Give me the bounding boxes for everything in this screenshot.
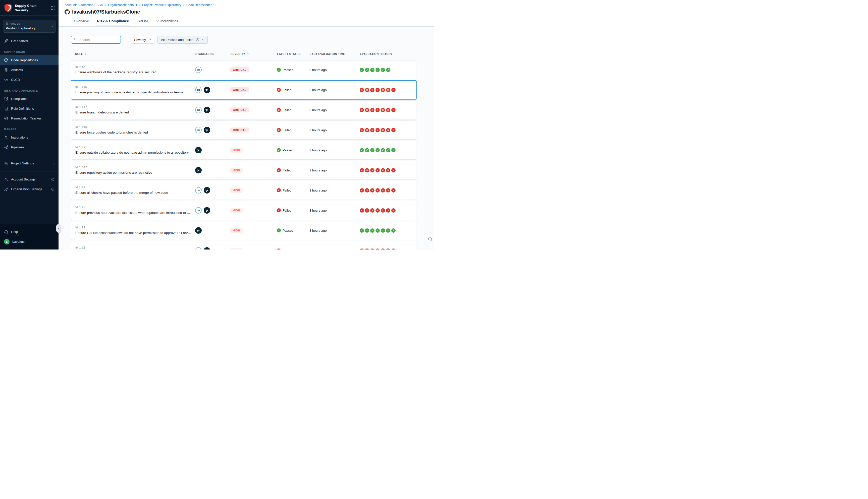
severity-badge: HIGH [230,248,243,250]
table-row[interactable]: Id: 1.1.5CISHIGH×Failed3 hours ago××××××… [71,241,417,250]
history-fail-icon: × [360,168,364,172]
severity-cell: HIGH [230,248,277,250]
user-menu[interactable]: L Lavakush [0,237,59,246]
sidebar-collapse-handle[interactable]: ‹ [56,224,61,233]
sidebar-item-ci-cd[interactable]: CI/CD [0,75,59,85]
table-row[interactable]: Id: 1.2.9Ensure GitHub action workflows … [71,221,417,240]
sidebar-item-compliance[interactable]: Compliance [0,94,59,104]
table-row[interactable]: Id: 1.1.4Ensure previous approvals are d… [71,201,417,220]
column-label: EVALUATION HISTORY [360,52,393,56]
help-button[interactable]: Help [0,227,59,237]
shield-check-icon [4,97,8,101]
table-row[interactable]: Id: 1.1.17Ensure branch deletions are de… [71,100,417,120]
tab-risk-compliance[interactable]: Risk & Compliance [96,17,130,26]
sidebar-item-label: Organization Settings [11,187,42,191]
column-label: SEVERITY [231,52,245,56]
tab-vulnerabilities[interactable]: Vulnerabilities [156,17,179,26]
search-input[interactable] [80,38,118,42]
column-header-severity[interactable]: SEVERITY [231,52,277,56]
status-passed-icon: ✓ [277,68,281,72]
main-panel: Account: Automation-SSCA›Organization: d… [59,0,434,250]
severity-filter-dropdown[interactable]: Severity [131,36,154,44]
rule-name: Ensure pushing of new code is restricted… [75,90,195,94]
status-filter-dropdown[interactable]: All: Passed and Failed [157,36,208,44]
history-fail-icon: × [386,108,390,112]
history-fail-icon: × [375,108,380,112]
app-title: Supply Chain Security [15,3,36,12]
tab-sbom[interactable]: SBOM [137,17,148,26]
history-fail-icon: × [360,188,364,193]
history-fail-icon: × [365,88,369,92]
status-passed-icon: ✓ [277,148,281,152]
severity-cell: CRITICAL [230,67,277,72]
column-label: RULE [75,52,83,56]
table-row[interactable]: Id: 1.2.17Ensure repository action permi… [71,161,417,180]
tab-overview[interactable]: Overview [73,17,89,26]
sort-desc-icon[interactable] [246,52,250,56]
app-title-line2: Security [15,8,36,13]
table-row[interactable]: Id: 1.1.9Ensure all checks have passed b… [71,181,417,200]
rule-cell: Id: 1.1.17Ensure branch deletions are de… [71,106,195,114]
pipelines-icon [4,145,8,149]
support-chat-icon[interactable] [427,236,433,242]
apps-grid-icon[interactable] [50,6,55,10]
history-fail-icon: × [360,88,364,92]
column-header-latest-status: LATEST STATUS [277,52,310,56]
rule-cell: Id: 4.3.4Ensure webhooks of the package … [71,65,195,74]
evaluation-history: ××××××× [360,208,416,212]
table-row[interactable]: Id: 1.1.16Ensure force pushes code to br… [71,121,417,139]
table-row[interactable]: Id: 1.2.21Ensure outside collaborators d… [71,141,417,160]
column-header-last-evaluation-time: LAST EVALUATION TIME [310,52,360,56]
column-header-evaluation-history: EVALUATION HISTORY [360,52,417,56]
sidebar-item-artifacts[interactable]: Artifacts [0,65,59,75]
sidebar-item-label: Rule Definitions [11,107,34,110]
sort-icon[interactable] [84,52,87,56]
rule-id: Id: 1.2.9 [75,226,195,229]
project-label: PROJECT [10,23,22,25]
sidebar-item-integrations[interactable]: Integrations [0,133,59,142]
sidebar-item-project-settings[interactable]: Project Settings› [0,158,59,168]
evaluation-time: 3 hours ago [310,68,360,72]
standards-cell: CIS [195,187,230,194]
status-label: Failed [282,108,291,112]
sidebar-section-title-manage: MANAGE [0,123,59,133]
project-selector[interactable]: PROJECT Product Exploratory › [3,20,56,33]
severity-cell: HIGH [230,188,277,193]
clear-filter-icon[interactable] [196,38,200,42]
standards-cell: CIS [195,247,230,250]
sidebar-item-organization-settings[interactable]: Organization Settings [0,184,59,194]
avatar: L [4,239,10,244]
sidebar-item-pipelines[interactable]: Pipelines [0,142,59,152]
standards-cell [195,147,230,153]
history-fail-icon: × [370,128,374,132]
history-pass-icon: ✓ [386,68,390,72]
severity-cell: HIGH [230,168,277,173]
breadcrumb-link-project[interactable]: Project: Product Exploratory [142,3,181,7]
project-icon [6,22,8,25]
integrations-icon [4,135,8,139]
history-fail-icon: × [391,208,396,212]
project-label-row: PROJECT [6,22,36,25]
sidebar-item-remediation-tracker[interactable]: Remediation Tracker [0,113,59,123]
evaluation-time: 3 hours ago [310,229,360,232]
history-pass-icon: ✓ [391,228,396,233]
evaluation-history: ××××××× [360,248,416,250]
sidebar-item-rule-definitions[interactable]: Rule Definitions [0,104,59,113]
chevron-down-icon [148,38,152,41]
rule-name: Ensure outside collaborators do not have… [75,150,195,155]
breadcrumb-link-organization[interactable]: Organization: default [108,3,137,7]
table-row[interactable]: Id: 1.1.15Ensure pushing of new code is … [71,80,417,99]
history-fail-icon: × [386,188,390,193]
sidebar-item-account-settings[interactable]: Account Settings [0,174,59,184]
sidebar-item-get-started[interactable]: Get Started [0,36,59,46]
table-row[interactable]: Id: 4.3.4Ensure webhooks of the package … [71,60,417,79]
rule-name: Ensure previous approvals are dismissed … [75,211,195,215]
breadcrumb-link-account[interactable]: Account: Automation-SSCA [64,3,103,7]
cis-standard-icon: CIS [195,127,202,133]
status-label: Passed [282,148,293,152]
app-logo-shield-icon [4,3,12,13]
breadcrumb-link-code-repositories[interactable]: Code Repositories [186,3,212,7]
info-icon [51,187,55,191]
sidebar-item-code-repositories[interactable]: Code Repositories [0,55,59,65]
column-header-rule[interactable]: RULE [71,52,195,56]
